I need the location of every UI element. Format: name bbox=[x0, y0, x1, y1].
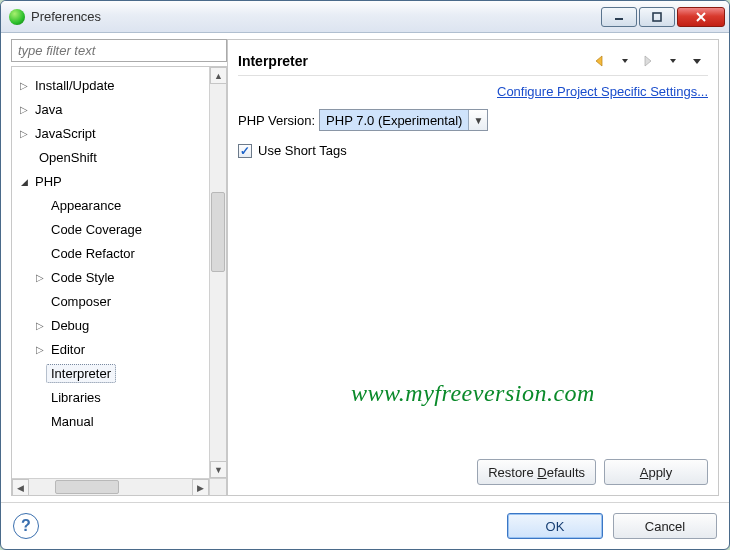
tree-item-label: PHP bbox=[30, 172, 67, 191]
settings-panel: Interpreter bbox=[227, 39, 719, 496]
watermark-text: www.myfreeversion.com bbox=[228, 380, 718, 407]
panel-title: Interpreter bbox=[238, 53, 590, 69]
nav-menu[interactable] bbox=[686, 52, 708, 70]
app-icon bbox=[9, 9, 25, 25]
php-version-value: PHP 7.0 (Experimental) bbox=[320, 110, 469, 130]
tree-twisty-icon[interactable] bbox=[34, 272, 46, 283]
tree-item-label: Composer bbox=[46, 292, 116, 311]
vscroll-thumb[interactable] bbox=[211, 192, 225, 272]
preferences-dialog: Preferences Install/UpdateJavaJavaScript… bbox=[0, 0, 730, 550]
tree-item[interactable]: Editor bbox=[18, 337, 226, 361]
restore-defaults-button[interactable]: Restore Defaults bbox=[477, 459, 596, 485]
nav-back-button[interactable] bbox=[590, 52, 612, 70]
tree-item-label: Code Coverage bbox=[46, 220, 147, 239]
chevron-down-icon: ▼ bbox=[469, 115, 487, 126]
tree-item-label: Java bbox=[30, 100, 67, 119]
filter-input[interactable] bbox=[11, 39, 227, 62]
hscroll-thumb[interactable] bbox=[55, 480, 119, 494]
close-button[interactable] bbox=[677, 7, 725, 27]
tree-item-label: Code Refactor bbox=[46, 244, 140, 263]
tree-item[interactable]: JavaScript bbox=[18, 121, 226, 145]
tree-item-label: Manual bbox=[46, 412, 99, 431]
help-button[interactable]: ? bbox=[13, 513, 39, 539]
php-version-label: PHP Version: bbox=[238, 113, 315, 128]
tree-twisty-icon[interactable] bbox=[18, 128, 30, 139]
tree-item-label: Debug bbox=[46, 316, 94, 335]
tree-item[interactable]: Code Refactor bbox=[18, 241, 226, 265]
configure-project-link[interactable]: Configure Project Specific Settings... bbox=[497, 84, 708, 99]
scroll-down-button[interactable]: ▼ bbox=[210, 461, 227, 478]
tree-item[interactable]: Code Coverage bbox=[18, 217, 226, 241]
tree-twisty-icon[interactable] bbox=[34, 320, 46, 331]
tree-item-label: OpenShift bbox=[34, 148, 102, 167]
tree-item-label: Editor bbox=[46, 340, 90, 359]
tree-twisty-icon[interactable] bbox=[18, 80, 30, 91]
tree-item[interactable]: Manual bbox=[18, 409, 226, 433]
tree-item-label: Code Style bbox=[46, 268, 120, 287]
tree-twisty-icon[interactable] bbox=[34, 344, 46, 355]
window-title: Preferences bbox=[31, 9, 599, 24]
vertical-scrollbar[interactable]: ▲ ▼ bbox=[209, 67, 226, 478]
tree-item[interactable]: Code Style bbox=[18, 265, 226, 289]
use-short-tags-checkbox[interactable]: ✓ bbox=[238, 144, 252, 158]
tree-item-label: Install/Update bbox=[30, 76, 120, 95]
tree-item[interactable]: Composer bbox=[18, 289, 226, 313]
tree-item-label: Appearance bbox=[46, 196, 126, 215]
tree-item-label: JavaScript bbox=[30, 124, 101, 143]
apply-button[interactable]: Apply bbox=[604, 459, 708, 485]
scroll-right-button[interactable]: ▶ bbox=[192, 479, 209, 496]
titlebar[interactable]: Preferences bbox=[1, 1, 729, 33]
maximize-button[interactable] bbox=[639, 7, 675, 27]
tree-item[interactable]: Interpreter bbox=[18, 361, 226, 385]
nav-forward-menu[interactable] bbox=[662, 52, 684, 70]
tree-twisty-icon[interactable] bbox=[18, 176, 30, 187]
php-version-select[interactable]: PHP 7.0 (Experimental) ▼ bbox=[319, 109, 488, 131]
use-short-tags-label[interactable]: Use Short Tags bbox=[258, 143, 347, 158]
tree-item[interactable]: Debug bbox=[18, 313, 226, 337]
tree-item[interactable]: OpenShift bbox=[18, 145, 226, 169]
tree-item-label: Libraries bbox=[46, 388, 106, 407]
svg-rect-1 bbox=[653, 13, 661, 21]
scroll-corner bbox=[209, 478, 226, 495]
preferences-tree: Install/UpdateJavaJavaScriptOpenShiftPHP… bbox=[11, 66, 227, 496]
nav-forward-button[interactable] bbox=[638, 52, 660, 70]
tree-item-label: Interpreter bbox=[46, 364, 116, 383]
tree-item[interactable]: Libraries bbox=[18, 385, 226, 409]
scroll-left-button[interactable]: ◀ bbox=[12, 479, 29, 496]
tree-item[interactable]: Java bbox=[18, 97, 226, 121]
cancel-button[interactable]: Cancel bbox=[613, 513, 717, 539]
tree-item[interactable]: PHP bbox=[18, 169, 226, 193]
scroll-up-button[interactable]: ▲ bbox=[210, 67, 227, 84]
tree-item[interactable]: Appearance bbox=[18, 193, 226, 217]
nav-back-menu[interactable] bbox=[614, 52, 636, 70]
dialog-footer: ? OK Cancel bbox=[1, 502, 729, 549]
ok-button[interactable]: OK bbox=[507, 513, 603, 539]
tree-twisty-icon[interactable] bbox=[18, 104, 30, 115]
horizontal-scrollbar[interactable]: ◀ ▶ bbox=[12, 478, 209, 495]
tree-item[interactable]: Install/Update bbox=[18, 73, 226, 97]
minimize-button[interactable] bbox=[601, 7, 637, 27]
